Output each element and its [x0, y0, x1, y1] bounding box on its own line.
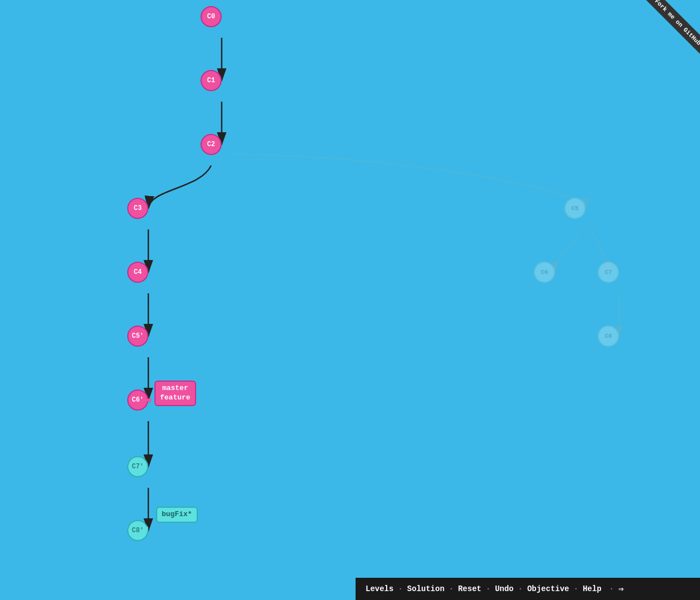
commit-C5-ghost: C5	[564, 198, 586, 219]
commit-C2[interactable]: C2	[201, 134, 222, 155]
commit-C6-ghost: C6	[534, 262, 555, 283]
toolbar-reset[interactable]: Reset	[458, 584, 481, 593]
graph-svg	[0, 0, 700, 600]
commit-C5prime[interactable]: C5'	[127, 326, 148, 347]
toolbar-objective[interactable]: Objective	[527, 584, 569, 593]
commit-C8-ghost: C8	[598, 326, 619, 347]
toolbar-undo[interactable]: Undo	[495, 584, 514, 593]
commit-C0[interactable]: C0	[201, 6, 222, 27]
commit-C7-ghost: C7	[598, 262, 619, 283]
toolbar-forward-icon[interactable]: ⇒	[618, 583, 624, 594]
bugfix-label: bugFix*	[156, 507, 198, 523]
bugfix-arrow: ◀	[143, 523, 148, 533]
commit-C7prime[interactable]: C7'	[127, 456, 148, 477]
toolbar: Levels · Solution · Reset · Undo · Objec…	[356, 578, 700, 600]
commit-C4[interactable]: C4	[127, 262, 148, 283]
toolbar-help[interactable]: Help	[583, 584, 602, 593]
github-ribbon-link[interactable]: Fork me on GitHub	[646, 0, 700, 54]
toolbar-levels[interactable]: Levels	[366, 584, 393, 593]
master-feature-label: masterfeature	[154, 381, 196, 406]
github-ribbon[interactable]: Fork me on GitHub	[633, 0, 700, 67]
toolbar-solution[interactable]: Solution	[407, 584, 444, 593]
master-feature-arrow: ◀	[146, 395, 151, 406]
commit-C1[interactable]: C1	[201, 70, 222, 91]
commit-C3[interactable]: C3	[127, 198, 148, 219]
